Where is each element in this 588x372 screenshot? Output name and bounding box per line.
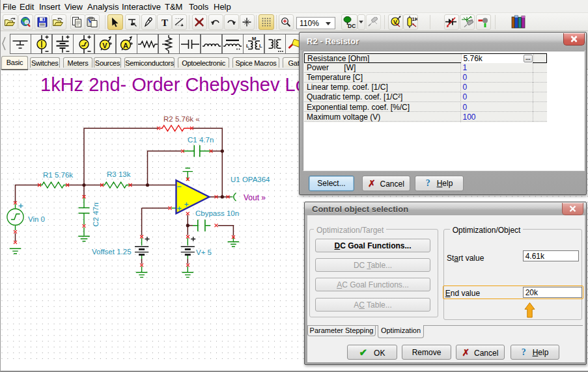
svg-text:U1 OPA364: U1 OPA364 xyxy=(231,176,270,183)
svg-text:C1 4.7n: C1 4.7n xyxy=(188,136,214,144)
svg-text:Vin 0: Vin 0 xyxy=(28,215,45,223)
svg-text:V+ 5: V+ 5 xyxy=(196,248,212,256)
svg-text:R3 13k: R3 13k xyxy=(107,170,131,178)
svg-text:1kHz 2nd- Order Chebyshev Low: 1kHz 2nd- Order Chebyshev Low xyxy=(40,74,320,95)
svg-text:R1 5.76k: R1 5.76k xyxy=(43,171,73,179)
svg-text:R2 5.76k «: R2 5.76k « xyxy=(163,115,200,123)
svg-text:Cbypass 10n: Cbypass 10n xyxy=(195,209,239,217)
svg-text:Voffset 1.25: Voffset 1.25 xyxy=(92,248,132,256)
svg-text:C2 47n: C2 47n xyxy=(92,202,100,226)
svg-text:Vout »: Vout » xyxy=(244,193,266,202)
